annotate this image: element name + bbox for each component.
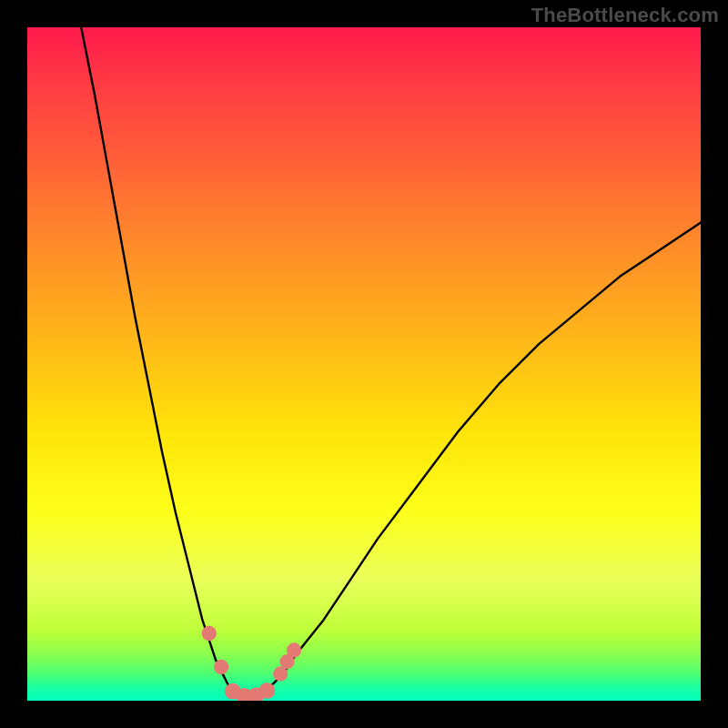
series-right-branch [269,223,701,688]
marker-point [214,660,228,674]
marker-point [259,682,276,699]
plot-area [27,27,701,701]
chart-frame: TheBottleneck.com [0,0,728,728]
marker-point [202,626,217,641]
watermark-label: TheBottleneck.com [531,4,719,27]
series-left-branch [81,27,229,687]
series-lines [81,27,701,697]
marker-point [287,642,301,657]
series-markers [202,626,302,701]
chart-svg [27,27,701,701]
